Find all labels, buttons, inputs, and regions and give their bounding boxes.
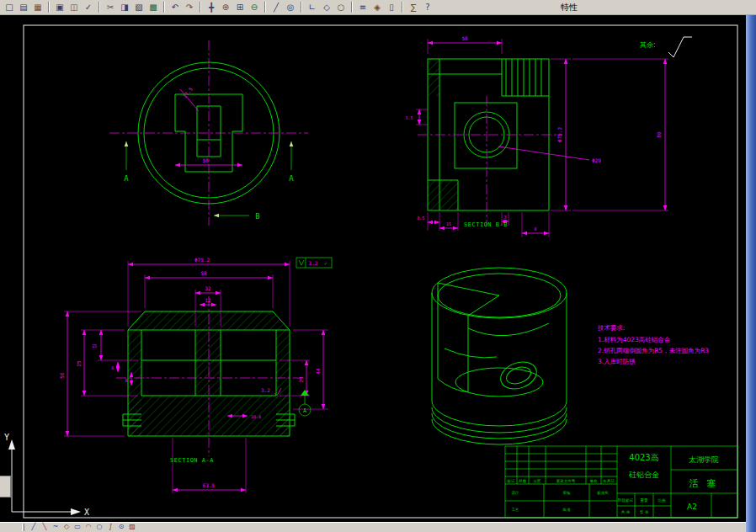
draw-polyline-button[interactable]: ~ <box>51 523 61 532</box>
drawing-canvas[interactable]: 58 17.5 A A B <box>0 15 746 522</box>
docked-toolbar-button[interactable] <box>0 476 11 497</box>
section-dim-t3: 32 <box>205 285 211 291</box>
side-dia-dim: Φ75.2 <box>556 127 562 142</box>
section-dim-t4: 12 <box>205 297 211 303</box>
draw-hatch-button[interactable]: ▨ <box>127 523 137 532</box>
distance-button[interactable]: ╱ <box>269 1 283 13</box>
section-a-label-right: A <box>289 174 294 183</box>
tech-notes-title: 技术要求: <box>597 324 626 332</box>
side-dim-l1: 3.5 <box>405 115 413 120</box>
cut-button[interactable]: ✂ <box>104 1 117 13</box>
named-ucs-button[interactable]: ∟ <box>306 1 319 13</box>
sheet-border <box>24 25 737 518</box>
col-sign: 签名 <box>590 479 598 483</box>
ucs-y-arrow <box>8 439 15 450</box>
toolbar-separator <box>48 2 50 13</box>
toolbar-separator <box>163 2 165 13</box>
quickcalc-button[interactable]: ∑ <box>407 1 420 13</box>
side-dim-b1: 8.5 <box>417 215 424 221</box>
open-button[interactable]: ▤ <box>17 1 30 13</box>
finish-box-value: 3.2 <box>309 260 318 266</box>
tech-notes-line1: 1.材料为4023高硅铝合金 <box>598 336 671 343</box>
sheets-label: 共 张 <box>621 510 631 514</box>
side-dim-b2: 15 <box>446 221 451 226</box>
bottombar-buttons: ╱╲~◇▭◠○∫⊙▨ <box>29 523 137 532</box>
draw-construction-line-button[interactable]: ╲ <box>40 523 50 532</box>
properties-toolbar-label: 特性 <box>561 2 578 13</box>
iso-view <box>432 268 567 444</box>
material-line1: 4023高 <box>629 453 658 462</box>
named-views-button[interactable]: ◇ <box>320 1 333 13</box>
draw-rectangle-button[interactable]: ▭ <box>72 523 83 532</box>
sheet-no-label: 第 张 <box>640 510 649 514</box>
pan-button[interactable]: ╋ <box>205 1 218 13</box>
properties-window-button[interactable]: ≡ <box>356 1 370 13</box>
sheet-size: A2 <box>687 503 697 511</box>
section-dim-r3: 10.4 <box>251 414 261 419</box>
section-dim-l3: 15 <box>92 343 97 348</box>
surface-finish-icon <box>668 37 692 57</box>
datum-triangle <box>301 390 309 396</box>
match-properties-button[interactable]: ▩ <box>146 1 160 13</box>
section-a-label-left: A <box>124 174 129 183</box>
part-name: 活 塞 <box>689 478 719 489</box>
side-length-dim: 80 <box>656 131 662 138</box>
copy-button[interactable]: ◨ <box>118 1 131 13</box>
row-standard: 标准化 <box>596 490 609 496</box>
ucs-x-label: X <box>84 508 89 517</box>
zoom-window-button[interactable]: ⊞ <box>233 1 247 13</box>
undo-button[interactable]: ↶ <box>168 1 182 13</box>
spelling-button[interactable]: ✓ <box>82 1 95 13</box>
print-button[interactable]: ▣ <box>53 1 67 13</box>
toolbar-separator <box>200 2 201 13</box>
draw-polygon-button[interactable]: ◇ <box>61 523 72 532</box>
new-button[interactable]: □ <box>3 1 16 13</box>
redo-button[interactable]: ↷ <box>183 1 196 13</box>
ucs-icon: Y X <box>4 433 89 517</box>
toolbar-separator <box>402 2 403 13</box>
material-line2: 硅铝合金 <box>628 471 659 479</box>
draw-circle-button[interactable]: ○ <box>94 523 104 532</box>
cad-window: □▤▦▣◫✓✂◨▧▩↶↷╋⊕⊞⊖╱◎∟◇○≡◈▯∑? 特性 <box>0 0 756 532</box>
tech-notes: 技术要求: 1.材料为4023高硅铝合金 2.销孔两端倒圆角为R5，未注圆角为R… <box>597 324 709 365</box>
top-view-angle-dim: 17.5 <box>181 86 194 99</box>
3d-orbit-button[interactable]: ○ <box>334 1 348 13</box>
toolbar-separator <box>351 2 353 13</box>
designcenter-button[interactable]: ◈ <box>370 1 384 13</box>
draw-spline-button[interactable]: ∫ <box>105 523 115 532</box>
top-view-width-dim: 58 <box>202 157 209 163</box>
zoom-previous-button[interactable]: ⊖ <box>248 1 261 13</box>
section-dim-r2: 29 <box>298 376 304 383</box>
piston-drawing: 58 17.5 A A B <box>0 15 746 522</box>
title-block: 太湖学院 活 塞 A2 4023高 硅铝合金 阶段标记 重量 比例 共 张 第 … <box>505 446 737 518</box>
row-check: 审核 <box>563 491 572 495</box>
section-dim-l2: 25 <box>76 360 82 367</box>
paste-button[interactable]: ▧ <box>132 1 146 13</box>
top-view: 58 17.5 A A B <box>109 40 308 226</box>
side-dim-b4: 8 <box>534 226 536 231</box>
draw-ellipse-button[interactable]: ⊙ <box>116 523 126 532</box>
help-button[interactable]: ? <box>421 1 434 13</box>
draw-toolbar: ╱╲~◇▭◠○∫⊙▨ <box>0 522 746 532</box>
section-dim-l1: 56 <box>59 372 65 379</box>
save-button[interactable]: ▦ <box>31 1 45 13</box>
toolbar: □▤▦▣◫✓✂◨▧▩↶↷╋⊕⊞⊖╱◎∟◇○≡◈▯∑? 特性 <box>0 0 756 15</box>
print-preview-button[interactable]: ◫ <box>67 1 81 13</box>
col-zone: 分区 <box>534 478 542 483</box>
redraw-view-button[interactable]: ◎ <box>284 1 297 13</box>
side-section-view: Φ29 58 Φ75.2 80 3.5 8.5 15 <box>405 35 668 237</box>
toolbar-grip[interactable] <box>22 524 24 531</box>
draw-line-button[interactable]: ╱ <box>29 523 39 532</box>
ucs-y-label: Y <box>4 433 9 442</box>
side-dim-b3: 3 <box>503 215 506 220</box>
section-dim-l5: 8 <box>125 378 127 383</box>
toolbar-buttons: □▤▦▣◫✓✂◨▧▩↶↷╋⊕⊞⊖╱◎∟◇○≡◈▯∑? <box>3 1 434 13</box>
school-name: 太湖学院 <box>689 455 719 464</box>
section-bb-title: SECTION B-B <box>464 221 508 228</box>
col-date: 年月日 <box>603 479 615 483</box>
draw-arc-button[interactable]: ◠ <box>83 523 93 532</box>
section-b-label: B <box>255 212 259 221</box>
zoom-realtime-button[interactable]: ⊕ <box>219 1 232 13</box>
tool-palettes-button[interactable]: ▯ <box>385 1 398 13</box>
section-dim-l4: 6 <box>111 365 114 370</box>
